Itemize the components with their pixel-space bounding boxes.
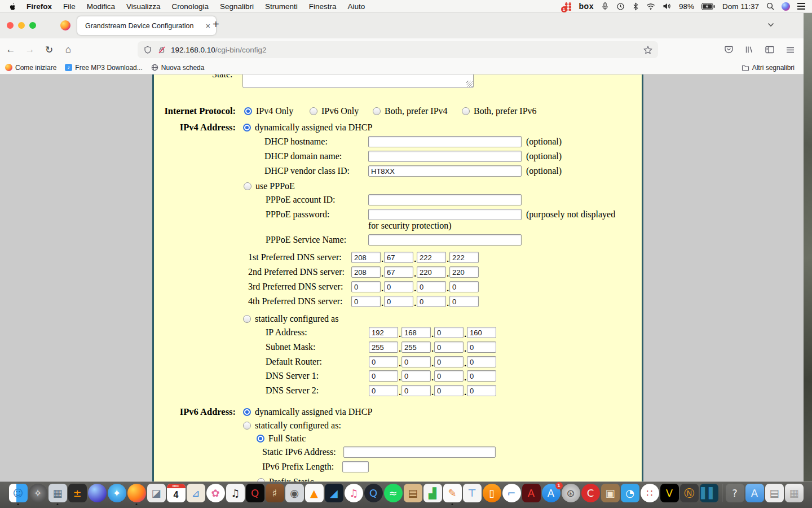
menu-file[interactable]: File <box>63 2 76 11</box>
dock-firefox[interactable] <box>127 484 146 502</box>
tab-close-icon[interactable]: × <box>205 21 211 30</box>
radio-control[interactable] <box>244 182 251 190</box>
dock-ibooks[interactable]: ▯ <box>483 484 501 502</box>
dns-row-4-octet-4[interactable] <box>449 296 479 307</box>
static-row-4-octet-2[interactable] <box>401 370 431 382</box>
static-row-3-octet-1[interactable] <box>369 356 398 367</box>
spotlight-search-icon[interactable] <box>766 2 774 10</box>
dock-itunes[interactable]: ♫ <box>345 484 363 502</box>
radio-statically-configured[interactable]: statically configured as <box>243 314 338 324</box>
radio-control[interactable] <box>243 422 251 430</box>
other-bookmarks[interactable]: Altri segnalibri <box>742 64 795 72</box>
dock-safari[interactable]: ✦ <box>108 484 126 502</box>
static-ipv6-address-input[interactable] <box>343 446 496 458</box>
back-button[interactable]: ← <box>1 44 20 55</box>
dock-trash[interactable]: ▦ <box>785 484 804 502</box>
radio-ipv6-dhcp[interactable]: dynamically assigned via DHCP <box>243 407 372 417</box>
dns-row-2-octet-1[interactable] <box>351 266 381 278</box>
radio-ipv4-only[interactable]: IPv4 Only <box>244 106 293 116</box>
dock-media-app[interactable]: ◢ <box>325 484 343 502</box>
radio-ipv4-dhcp[interactable]: dynamically assigned via DHCP <box>243 122 372 133</box>
dock-ccleaner[interactable]: C <box>581 484 600 502</box>
forward-button[interactable]: → <box>20 44 39 55</box>
dock-app-store[interactable]: A1 <box>542 484 561 502</box>
dock-downloads-folder[interactable]: ▤ <box>765 484 784 502</box>
dock-missing-app[interactable]: ? <box>726 484 744 502</box>
static-row-1-octet-3[interactable] <box>434 327 464 338</box>
dns-row-4-octet-1[interactable] <box>351 296 381 307</box>
dock-acrobat[interactable]: A <box>522 484 541 502</box>
apple-menu-icon[interactable] <box>9 2 16 11</box>
dock-garageband[interactable]: ♯ <box>266 484 284 502</box>
dns-row-4-octet-2[interactable] <box>384 296 413 307</box>
static-row-3-octet-4[interactable] <box>467 356 496 367</box>
dock-quicktime[interactable]: Q <box>364 484 383 502</box>
pppoe-service-input[interactable] <box>368 234 522 246</box>
dns-row-3-octet-2[interactable] <box>384 281 413 292</box>
pppoe-account-input[interactable] <box>368 194 522 205</box>
dock-dvd-player[interactable]: ◉ <box>285 484 304 502</box>
static-row-1-octet-2[interactable] <box>401 327 431 338</box>
bookmark-star-icon[interactable] <box>643 46 652 54</box>
minimize-window-button[interactable] <box>18 22 25 29</box>
box-menu-item[interactable]: box <box>579 2 594 11</box>
dock-maps[interactable]: ⊿ <box>187 484 205 502</box>
dns-row-1-octet-2[interactable] <box>384 252 413 263</box>
dhcp-domain-input[interactable] <box>368 151 522 162</box>
dock-nikon-viewnx[interactable]: V <box>660 484 679 502</box>
home-button[interactable]: ⌂ <box>59 44 78 55</box>
radio-control[interactable] <box>244 107 252 115</box>
dock-keynote[interactable]: ⊤ <box>463 484 482 502</box>
dock-finder[interactable]: ☺ <box>9 484 28 502</box>
static-row-3-octet-3[interactable] <box>434 356 464 367</box>
menu-segnalibri[interactable]: Segnalibri <box>220 2 254 11</box>
dns-row-1-octet-3[interactable] <box>417 252 446 263</box>
dns-row-1-octet-4[interactable] <box>449 252 479 263</box>
radio-control[interactable] <box>462 107 470 115</box>
dns-row-2-octet-2[interactable] <box>384 266 413 278</box>
static-row-4-octet-3[interactable] <box>434 370 464 382</box>
dock-preview[interactable]: ◪ <box>147 484 166 502</box>
radio-control[interactable] <box>243 315 251 323</box>
dock-unarchiver[interactable]: ▣ <box>601 484 620 502</box>
sidebar-toggle-icon[interactable] <box>765 46 774 54</box>
dock-spotify[interactable]: ≈ <box>384 484 403 502</box>
library-icon[interactable] <box>745 46 753 54</box>
dock-calendar[interactable]: DIC4 <box>167 484 186 502</box>
list-tabs-chevron-icon[interactable] <box>767 23 774 27</box>
pocket-icon[interactable] <box>725 46 733 54</box>
radio-ipv6-static[interactable]: statically configured as: <box>243 421 341 431</box>
microphone-icon[interactable] <box>601 2 609 11</box>
radio-full-static[interactable]: Full Static <box>257 433 306 444</box>
dock-numbers[interactable]: ▟ <box>423 484 442 502</box>
dock-parchment-app[interactable]: ▤ <box>404 484 422 502</box>
dock-photos[interactable]: ✿ <box>206 484 225 502</box>
menu-firefox[interactable]: Firefox <box>27 2 52 11</box>
dock-panels-app[interactable]: ▌▌ <box>700 484 718 502</box>
pppoe-password-input[interactable] <box>368 209 522 220</box>
radio-control[interactable] <box>310 107 317 115</box>
static-row-5-octet-4[interactable] <box>467 385 496 396</box>
menu-cronologia[interactable]: Cronologia <box>172 2 209 11</box>
dock-applications-folder[interactable]: A <box>745 484 764 502</box>
dock-scale-app[interactable]: ◔ <box>621 484 639 502</box>
zoom-window-button[interactable] <box>29 22 36 29</box>
radio-use-pppoe[interactable]: use PPPoE <box>244 181 295 191</box>
dock-pages[interactable]: ✎ <box>443 484 462 502</box>
dock-launchpad[interactable]: ✧ <box>29 484 47 502</box>
static-row-4-octet-1[interactable] <box>369 370 398 382</box>
static-row-5-octet-1[interactable] <box>369 385 398 396</box>
radio-control[interactable] <box>373 107 381 115</box>
dock-calculator[interactable]: ± <box>68 484 87 502</box>
volume-icon[interactable] <box>663 2 672 10</box>
shield-icon[interactable] <box>144 46 152 54</box>
dns-row-2-octet-3[interactable] <box>417 266 446 278</box>
dns-row-3-octet-4[interactable] <box>449 281 479 292</box>
dock-karaoke-app[interactable]: ♫ <box>226 484 245 502</box>
url-text[interactable]: 192.168.0.10/cgi-bin/config2 <box>171 46 643 54</box>
static-row-4-octet-4[interactable] <box>467 370 496 382</box>
dock-scanner-app[interactable]: ⌐ <box>502 484 521 502</box>
insecure-lock-icon[interactable] <box>158 46 166 54</box>
dock-photo-viewer[interactable]: ▦ <box>48 484 67 502</box>
dhcp-hostname-input[interactable] <box>368 136 522 147</box>
